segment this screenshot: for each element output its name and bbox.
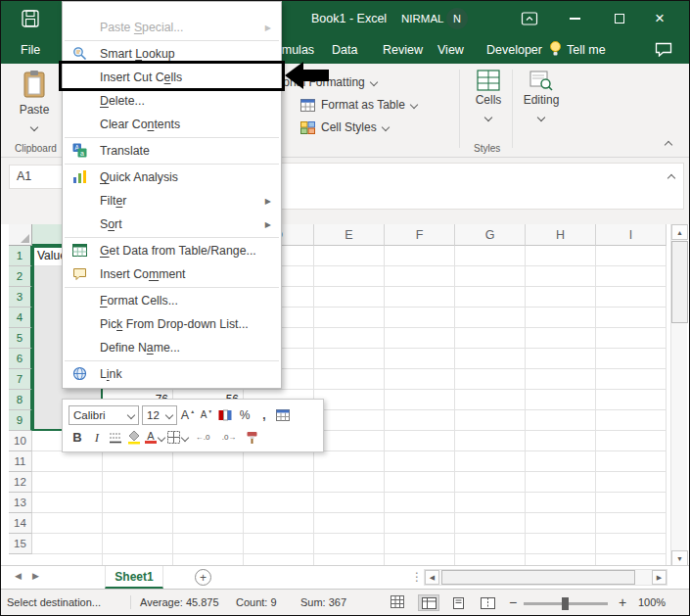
scroll-left-button[interactable]: ◀ <box>425 570 439 585</box>
row-header-15[interactable]: 15 <box>9 534 32 554</box>
sheet-nav-right-icon[interactable]: ▶ <box>32 571 39 581</box>
new-sheet-button[interactable]: + <box>195 569 211 586</box>
table-icon[interactable] <box>275 405 291 425</box>
menu-item-sort[interactable]: Sort▶ <box>63 213 281 236</box>
select-all-button[interactable] <box>9 224 32 246</box>
italic-button[interactable]: I <box>89 428 105 448</box>
row-header-6[interactable]: 6 <box>9 349 32 369</box>
zoom-level[interactable]: 100% <box>638 596 666 608</box>
view-normal-button[interactable] <box>418 594 439 611</box>
increase-decimal-button[interactable]: ←.0 <box>191 428 214 448</box>
tab-tell-me[interactable]: Tell me <box>549 36 606 64</box>
comma-style-button[interactable]: , <box>256 405 272 425</box>
view-page-break-button[interactable] <box>477 594 498 611</box>
tab-review[interactable]: Review <box>383 36 423 64</box>
row-header-5[interactable]: 5 <box>9 328 32 349</box>
increase-font-button[interactable]: A▲ <box>180 405 196 425</box>
zoom-out-button[interactable]: − <box>506 594 520 610</box>
format-as-table-label: Format as Table <box>321 98 405 112</box>
sheet-tab-sheet1[interactable]: Sheet1 <box>105 566 163 589</box>
bold-button[interactable]: B <box>69 428 86 448</box>
ribbon-collapse-icon[interactable] <box>665 141 672 149</box>
scroll-right-button[interactable]: ▶ <box>652 570 667 585</box>
menu-item-link[interactable]: Link <box>63 362 281 386</box>
fill-color-button[interactable] <box>126 428 142 448</box>
percent-style-button[interactable]: % <box>236 405 253 425</box>
menu-item-pick-from-drop-down-list[interactable]: Pick From Drop-down List... <box>63 312 281 336</box>
styles-gallery-icon[interactable] <box>217 405 233 425</box>
column-header-I[interactable]: I <box>596 224 667 246</box>
format-painter-icon[interactable] <box>244 428 259 448</box>
close-button[interactable]: × <box>647 7 672 30</box>
zoom-in-button[interactable]: + <box>616 594 629 610</box>
status-average: Average: 45.875 <box>140 596 219 608</box>
row-header-13[interactable]: 13 <box>9 493 32 513</box>
avatar[interactable]: N <box>446 8 468 29</box>
zoom-slider-handle[interactable] <box>562 597 569 610</box>
tab-file[interactable]: File <box>21 36 40 64</box>
menu-item-get-data-from-table-range[interactable]: Get Data from Table/Range... <box>63 239 281 262</box>
vertical-scrollbar[interactable]: ▲ ▼ <box>670 224 687 566</box>
vertical-scroll-thumb[interactable] <box>671 241 688 323</box>
ribbon-display-options-icon[interactable] <box>521 11 538 26</box>
excel-window: Book1 - Excel NIRMAL N × Tell me FileFor… <box>0 0 690 616</box>
format-as-table-button[interactable]: Format as Table <box>300 96 417 114</box>
decrease-font-letter: A <box>201 409 207 420</box>
row-header-2[interactable]: 2 <box>9 266 32 287</box>
menu-item-clear-contents[interactable]: Clear Contents <box>63 113 281 136</box>
tab-data[interactable]: Data <box>332 36 357 64</box>
row-header-7[interactable]: 7 <box>9 369 32 390</box>
column-header-E[interactable]: E <box>314 224 385 246</box>
paste-button[interactable]: Paste <box>11 70 58 140</box>
cells-button[interactable]: Cells <box>467 70 510 124</box>
name-box[interactable]: A1 <box>9 165 64 189</box>
save-icon[interactable] <box>21 9 40 28</box>
row-header-12[interactable]: 12 <box>9 472 32 493</box>
comments-icon[interactable] <box>655 42 674 58</box>
menu-item-label: Link <box>100 367 122 381</box>
menu-item-delete[interactable]: Delete... <box>63 89 281 113</box>
row-header-9[interactable]: 9 <box>9 410 32 431</box>
column-header-F[interactable]: F <box>385 224 455 246</box>
row-header-3[interactable]: 3 <box>9 287 32 308</box>
row-header-14[interactable]: 14 <box>9 513 32 534</box>
scroll-down-button[interactable]: ▼ <box>671 550 688 566</box>
tab-splitter-handle[interactable]: ⋮ <box>411 570 425 584</box>
menu-item-quick-analysis[interactable]: Quick Analysis <box>63 166 281 189</box>
scroll-up-button[interactable]: ▲ <box>671 224 688 240</box>
bottom-border-icon[interactable] <box>108 428 123 448</box>
cell-styles-button[interactable]: Cell Styles <box>300 118 389 136</box>
decrease-font-button[interactable]: A▼ <box>199 405 214 425</box>
editing-button[interactable]: Editing <box>518 70 565 124</box>
tab-view[interactable]: View <box>437 36 464 64</box>
column-header-G[interactable]: G <box>455 224 526 246</box>
row-header-8[interactable]: 8 <box>9 390 32 410</box>
menu-item-translate[interactable]: AaTranslate <box>63 139 281 163</box>
menu-item-format-cells[interactable]: Format Cells... <box>63 289 281 312</box>
horizontal-scrollbar[interactable]: ◀ ▶ <box>424 569 667 586</box>
menu-item-filter[interactable]: Filter▶ <box>63 189 281 213</box>
row-header-4[interactable]: 4 <box>9 308 32 328</box>
mini-toolbar-row-1: Calibri 12 A▲ A▼ % , <box>69 403 317 426</box>
row-header-10[interactable]: 10 <box>9 431 32 451</box>
tab-developer[interactable]: Developer <box>486 36 542 64</box>
horizontal-scroll-thumb[interactable] <box>441 570 635 585</box>
sheet-nav-left-icon[interactable]: ◀ <box>15 571 22 581</box>
smart-lookup-icon <box>72 46 88 62</box>
increase-font-letter: A <box>181 408 189 422</box>
font-name-select[interactable]: Calibri <box>69 405 139 425</box>
borders-button[interactable] <box>167 428 188 448</box>
user-name[interactable]: NIRMAL <box>401 13 443 24</box>
minimize-button[interactable] <box>564 9 585 28</box>
column-header-H[interactable]: H <box>526 224 596 246</box>
view-page-layout-button[interactable] <box>447 594 469 611</box>
row-header-1[interactable]: 1 <box>9 246 32 266</box>
menu-item-insert-comment[interactable]: Insert Comment <box>63 262 281 286</box>
row-header-11[interactable]: 11 <box>9 451 32 472</box>
font-color-button[interactable]: A <box>145 428 164 448</box>
decrease-decimal-button[interactable]: .0→ <box>217 428 241 448</box>
maximize-button[interactable] <box>609 9 630 28</box>
menu-item-define-name[interactable]: Define Name... <box>63 336 281 359</box>
font-size-select[interactable]: 12 <box>142 405 177 425</box>
menu-separator <box>65 360 279 361</box>
